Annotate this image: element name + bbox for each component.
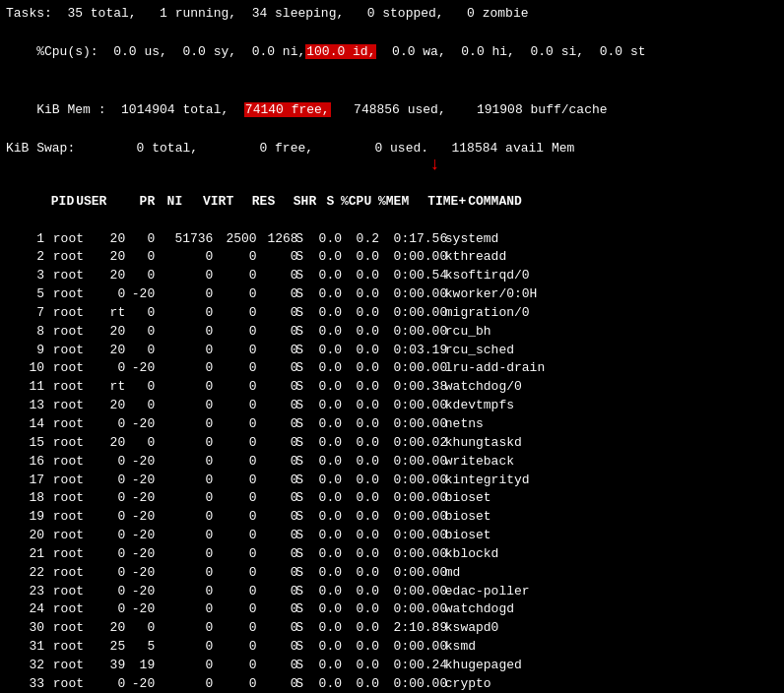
cell-s: S [286, 248, 303, 267]
cell-mem: 0.0 [341, 267, 378, 285]
cell-s: S [286, 359, 303, 378]
table-row: 10 root 0 -20 0 0 0 S 0.0 0.0 0:00.00 lr… [6, 359, 778, 378]
cell-mem: 0.0 [341, 397, 378, 415]
cell-pid: 3 [6, 267, 43, 285]
cell-pr: 0 [95, 453, 124, 472]
cell-ni: 0 [124, 230, 152, 249]
cell-pr: 20 [95, 342, 124, 360]
cell-ni: 0 [124, 323, 152, 342]
table-row: 33 root 0 -20 0 0 0 S 0.0 0.0 0:00.00 cr… [6, 675, 778, 693]
cpu-line: %Cpu(s): 0.0 us, 0.0 sy, 0.0 ni,100.0 id… [6, 24, 778, 82]
cell-ni: 0 [124, 342, 152, 360]
cell-cpu: 0.0 [303, 248, 341, 267]
cell-cpu: 0.0 [303, 415, 341, 434]
cell-cmd: md [435, 564, 460, 583]
cell-time: 0:17.56 [378, 230, 435, 249]
cell-res: 2500 [203, 230, 244, 249]
cell-shr: 0 [244, 527, 286, 545]
table-header: PIDUSERPRNIVIRTRESSHRS%CPU%MEMTIME+COMMA… [6, 174, 778, 230]
header-pid: PID [36, 193, 74, 212]
table-row: 5 root 0 -20 0 0 0 S 0.0 0.0 0:00.00 kwo… [6, 285, 778, 304]
cell-res: 0 [203, 508, 244, 527]
cell-pid: 5 [6, 285, 43, 304]
cell-cmd: crypto [435, 675, 491, 693]
cell-time: 0:00.54 [378, 267, 435, 285]
cell-ni: 0 [124, 434, 152, 453]
cell-pr: 0 [95, 675, 124, 693]
cell-res: 0 [203, 527, 244, 545]
cell-virt: 0 [152, 600, 203, 619]
cell-s: S [286, 508, 303, 527]
cell-mem: 0.0 [341, 415, 378, 434]
cell-pid: 14 [6, 415, 43, 434]
cell-cmd: khugepaged [435, 657, 522, 675]
cell-pid: 22 [6, 564, 43, 583]
cell-user: root [43, 267, 95, 285]
cell-pr: 0 [95, 527, 124, 545]
cell-s: S [286, 415, 303, 434]
mem-buff: 191908 buff/cache [461, 102, 607, 117]
cell-user: root [43, 619, 95, 638]
cell-pr: 20 [95, 230, 124, 249]
cell-ni: 19 [124, 657, 152, 675]
cell-cpu: 0.0 [303, 359, 341, 378]
cell-user: root [43, 453, 95, 472]
cell-pid: 23 [6, 583, 43, 601]
cell-mem: 0.0 [341, 619, 378, 638]
cell-ni: -20 [124, 564, 152, 583]
cell-pr: rt [95, 378, 124, 397]
cell-res: 0 [203, 564, 244, 583]
cell-user: root [43, 600, 95, 619]
cell-pr: rt [95, 304, 124, 323]
cell-cpu: 0.0 [303, 527, 341, 545]
cell-pr: 39 [95, 657, 124, 675]
cell-cmd: kthreadd [435, 248, 506, 267]
cell-s: S [286, 267, 303, 285]
cell-res: 0 [203, 600, 244, 619]
cell-pr: 20 [95, 323, 124, 342]
cell-user: root [43, 359, 95, 378]
cell-time: 0:00.00 [378, 583, 435, 601]
cell-ni: -20 [124, 489, 152, 508]
cell-cmd: kswapd0 [435, 619, 498, 638]
tasks-line: Tasks: 35 total, 1 running, 34 sleeping,… [6, 4, 778, 24]
cell-user: root [43, 285, 95, 304]
cell-cmd: netns [435, 415, 484, 434]
cell-time: 0:03.19 [378, 342, 435, 360]
cell-user: root [43, 564, 95, 583]
cell-cmd: ksoftirqd/0 [435, 267, 530, 285]
cell-cpu: 0.0 [303, 564, 341, 583]
table-row: 30 root 20 0 0 0 0 S 0.0 0.0 2:10.89 ksw… [6, 619, 778, 638]
cell-virt: 0 [152, 527, 203, 545]
cell-shr: 0 [244, 342, 286, 360]
cell-shr: 0 [244, 378, 286, 397]
cell-s: S [286, 342, 303, 360]
cell-cmd: watchdogd [435, 600, 514, 619]
cell-time: 0:00.00 [378, 545, 435, 564]
cell-mem: 0.0 [341, 564, 378, 583]
cell-mem: 0.0 [341, 323, 378, 342]
cell-pr: 0 [95, 489, 124, 508]
cell-shr: 0 [244, 619, 286, 638]
arrow-row: ↓ [6, 158, 778, 174]
cell-ni: -20 [124, 472, 152, 490]
header-mem: %MEM [371, 193, 409, 212]
cell-s: S [286, 397, 303, 415]
table-row: 3 root 20 0 0 0 0 S 0.0 0.0 0:00.54 ksof… [6, 267, 778, 285]
cell-time: 0:00.00 [378, 304, 435, 323]
cell-cpu: 0.0 [303, 378, 341, 397]
mem-free-highlight: 74140 free, [244, 102, 331, 117]
cell-time: 0:00.00 [378, 248, 435, 267]
cell-res: 0 [203, 359, 244, 378]
mem-prefix: KiB Mem : 1014904 total, [36, 102, 244, 117]
cell-virt: 0 [152, 323, 203, 342]
mem-middle: 748856 used, [331, 102, 462, 117]
cell-res: 0 [203, 657, 244, 675]
cell-mem: 0.2 [341, 230, 378, 249]
cell-res: 0 [203, 378, 244, 397]
cell-cpu: 0.0 [303, 453, 341, 472]
cell-cpu: 0.0 [303, 508, 341, 527]
table-row: 11 root rt 0 0 0 0 S 0.0 0.0 0:00.38 wat… [6, 378, 778, 397]
cell-s: S [286, 304, 303, 323]
cell-user: root [43, 248, 95, 267]
